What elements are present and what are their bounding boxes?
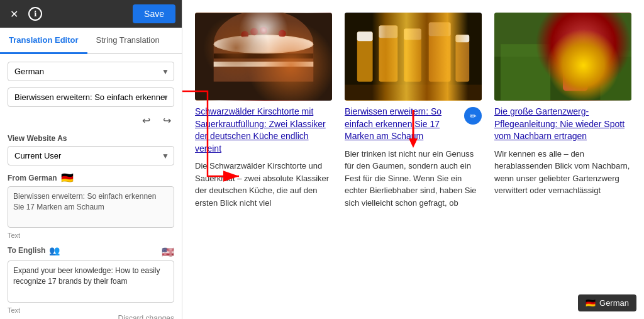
string-select[interactable]: Bierwissen erweitern: So einfach erkenne… — [8, 87, 174, 107]
people-icon: 👥 — [49, 245, 60, 255]
svg-point-9 — [250, 28, 258, 35]
svg-rect-26 — [494, 57, 631, 100]
view-as-select[interactable]: Current User Guest Admin — [8, 146, 174, 165]
german-badge-label: German — [599, 298, 629, 308]
article-title-cake[interactable]: Schwarzwälder Kirschtorte mit Sauerkraut… — [195, 106, 332, 155]
svg-rect-11 — [345, 13, 482, 101]
article-title-row-gnome: Die große Gartenzwerg-Pflegeanleitung: N… — [494, 106, 631, 143]
tab-string-translation[interactable]: String Translation — [87, 28, 169, 54]
article-image-beer — [345, 13, 482, 101]
view-website-label: View Website As — [8, 134, 174, 143]
bottom-actions: Discard changes — [8, 314, 174, 319]
view-website-section: View Website As Current User Guest Admin… — [8, 134, 174, 165]
view-as-select-wrapper: Current User Guest Admin ▼ — [8, 146, 174, 165]
svg-marker-29 — [560, 23, 591, 58]
article-card-cake: Schwarzwälder Kirschtorte mit Sauerkraut… — [195, 13, 332, 209]
svg-rect-22 — [345, 85, 482, 101]
svg-point-28 — [563, 45, 588, 70]
svg-point-31 — [579, 55, 582, 59]
svg-point-7 — [260, 26, 267, 34]
svg-rect-21 — [455, 35, 469, 42]
to-english-header: To English 👥 🇺🇸 — [8, 245, 174, 258]
articles-grid: Schwarzwälder Kirschtorte mit Sauerkraut… — [195, 13, 631, 209]
next-button[interactable]: ↪ — [160, 113, 174, 128]
german-badge[interactable]: 🇩🇪 German — [578, 294, 636, 311]
svg-rect-27 — [563, 63, 588, 91]
article-card-beer: Bierwissen erweitern: So einfach erkenne… — [345, 13, 482, 209]
svg-rect-34 — [600, 50, 631, 100]
article-body-gnome: Wir kennen es alle – den herablassenden … — [494, 148, 631, 197]
close-button[interactable]: ✕ — [6, 6, 22, 23]
article-body-cake: Die Schwarzwälder Kirschtorte und Sauerk… — [195, 160, 332, 209]
article-title-beer[interactable]: Bierwissen erweitern: So einfach erkenne… — [345, 106, 460, 143]
from-german-label: From German 🇩🇪 — [8, 172, 174, 184]
svg-rect-25 — [494, 13, 631, 101]
svg-point-1 — [214, 13, 314, 79]
info-icon[interactable]: ℹ — [28, 7, 42, 21]
svg-point-3 — [214, 35, 314, 53]
svg-rect-13 — [357, 31, 373, 41]
svg-point-32 — [564, 59, 587, 74]
svg-rect-15 — [379, 25, 398, 38]
from-german-textarea-wrap: Bierwissen erweitern: So einfach erkenne… — [8, 186, 174, 230]
article-title-row-beer: Bierwissen erweitern: So einfach erkenne… — [345, 106, 482, 143]
svg-point-30 — [569, 55, 572, 59]
to-english-label: To English 👥 — [8, 245, 60, 255]
german-badge-flag: 🇩🇪 — [586, 298, 596, 308]
panel-content: German French Spanish ▼ Bierwissen erwei… — [0, 54, 182, 319]
article-image-gnome — [494, 13, 631, 101]
svg-rect-0 — [195, 13, 332, 101]
svg-rect-17 — [404, 28, 421, 40]
svg-rect-20 — [455, 35, 469, 81]
language-select-wrapper: German French Spanish ▼ — [8, 62, 174, 81]
from-german-field-label: Text — [8, 232, 174, 239]
german-flag-icon: 🇩🇪 — [61, 172, 74, 184]
tabs-container: Translation Editor String Translation — [0, 28, 182, 54]
from-german-textarea[interactable]: Bierwissen erweitern: So einfach erkenne… — [8, 186, 174, 228]
edit-pencil-button[interactable]: ✏ — [464, 107, 482, 125]
svg-point-6 — [241, 31, 248, 38]
article-title-row-cake: Schwarzwälder Kirschtorte mit Sauerkraut… — [195, 106, 332, 155]
svg-rect-2 — [214, 44, 314, 81]
svg-point-8 — [279, 30, 286, 37]
article-card-gnome: Die große Gartenzwerg-Pflegeanleitung: N… — [494, 13, 631, 209]
language-select[interactable]: German French Spanish — [8, 62, 174, 81]
svg-rect-16 — [404, 28, 421, 81]
us-flag-icon: 🇺🇸 — [162, 246, 174, 258]
svg-rect-12 — [357, 31, 373, 81]
discard-button[interactable]: Discard changes — [118, 314, 174, 319]
article-body-beer: Bier trinken ist nicht nur ein Genuss fü… — [345, 148, 482, 210]
to-english-textarea[interactable]: Expand your beer knowledge: How to easil… — [8, 260, 174, 302]
save-button[interactable]: Save — [133, 4, 175, 23]
svg-rect-33 — [501, 44, 550, 100]
svg-rect-14 — [379, 25, 398, 81]
close-icon: ✕ — [10, 9, 18, 20]
svg-rect-5 — [214, 62, 314, 67]
to-english-field-label: Text — [8, 306, 174, 314]
to-english-textarea-wrap: Expand your beer knowledge: How to easil… — [8, 260, 174, 305]
svg-rect-19 — [429, 23, 451, 36]
prev-button[interactable]: ↩ — [139, 113, 153, 128]
svg-rect-4 — [214, 53, 314, 59]
svg-rect-18 — [429, 23, 451, 82]
article-title-gnome[interactable]: Die große Gartenzwerg-Pflegeanleitung: N… — [494, 106, 631, 143]
svg-point-10 — [215, 36, 313, 52]
left-panel: ✕ ℹ Save Translation Editor String Trans… — [0, 0, 182, 319]
article-image-cake — [195, 13, 332, 101]
string-select-wrapper: Bierwissen erweitern: So einfach erkenne… — [8, 87, 174, 107]
to-english-section: To English 👥 🇺🇸 Expand your beer knowled… — [8, 245, 174, 319]
tab-translation-editor[interactable]: Translation Editor — [0, 28, 87, 54]
nav-row: ↩ ↪ — [8, 113, 174, 128]
right-content: Schwarzwälder Kirschtorte mit Sauerkraut… — [182, 0, 644, 319]
from-german-section: From German 🇩🇪 Bierwissen erweitern: So … — [8, 172, 174, 239]
top-bar: ✕ ℹ Save — [0, 0, 182, 28]
